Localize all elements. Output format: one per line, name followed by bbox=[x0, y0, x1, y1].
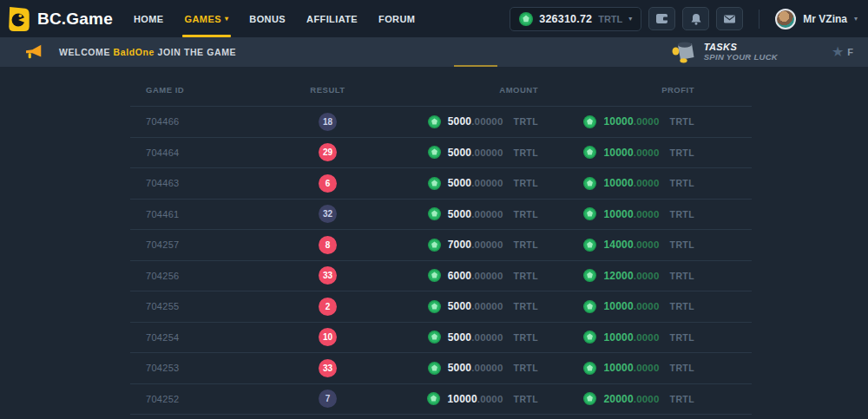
nav-forum[interactable]: FORUM bbox=[378, 0, 415, 37]
tasks-subtitle: SPIN YOUR LUCK bbox=[704, 53, 778, 62]
result-badge: 29 bbox=[319, 143, 337, 161]
amount-currency: TRTL bbox=[514, 239, 538, 250]
navbar-divider bbox=[759, 10, 760, 29]
chevron-down-icon: ▾ bbox=[854, 16, 858, 23]
nav-games[interactable]: GAMES ▾ bbox=[185, 0, 229, 37]
result-badge: 33 bbox=[319, 359, 337, 377]
game-id-cell: 704252 bbox=[130, 394, 265, 404]
trtl-coin-icon bbox=[428, 146, 441, 159]
trtl-coin-icon bbox=[583, 207, 596, 220]
game-id-cell: 704461 bbox=[130, 209, 265, 219]
profit-cell: 10000.0000 TRTL bbox=[556, 362, 752, 375]
profit-currency: TRTL bbox=[670, 363, 694, 373]
profit-integer: 10000 bbox=[603, 362, 633, 374]
game-id: 704464 bbox=[146, 147, 180, 158]
profit-fraction: .0000 bbox=[634, 332, 660, 343]
profit-integer: 12000 bbox=[603, 270, 633, 282]
amount-integer: 7000 bbox=[448, 239, 472, 251]
profit-fraction: .0000 bbox=[634, 147, 660, 158]
profit-fraction: .0000 bbox=[634, 209, 660, 219]
game-id: 704257 bbox=[146, 239, 180, 250]
amount-cell: 5000.00000 TRTL bbox=[391, 115, 556, 128]
game-id-cell: 704463 bbox=[130, 178, 265, 188]
game-id-cell: 704466 bbox=[130, 116, 265, 127]
amount-currency: TRTL bbox=[514, 394, 538, 404]
game-id: 704463 bbox=[146, 178, 180, 188]
main-nav: HOME GAMES ▾ BONUS AFFILIATE FORUM bbox=[134, 0, 415, 37]
amount-cell: 5000.00000 TRTL bbox=[391, 300, 556, 313]
trtl-coin-icon bbox=[428, 269, 441, 282]
table-row[interactable]: 704257 8 7000.00000 TRTL 14000.0000 TRTL bbox=[130, 230, 752, 261]
wallet-icon bbox=[655, 13, 668, 24]
game-id: 704256 bbox=[146, 271, 180, 281]
table-row[interactable]: 704254 10 5000.00000 TRTL 10000.0000 TRT… bbox=[130, 323, 752, 354]
profit-cell: 10000.0000 TRTL bbox=[556, 146, 752, 159]
table-row[interactable]: 704463 6 5000.00000 TRTL 10000.0000 TRTL bbox=[130, 168, 752, 200]
nav-games-label: GAMES bbox=[185, 14, 221, 24]
nav-home[interactable]: HOME bbox=[134, 0, 164, 37]
tasks-widget[interactable]: TASKS SPIN YOUR LUCK bbox=[671, 41, 778, 63]
result-cell: 6 bbox=[265, 174, 391, 193]
bcgame-logo-icon bbox=[7, 6, 30, 32]
bets-table: GAME ID RESULT AMOUNT PROFIT 704466 18 5… bbox=[130, 74, 752, 415]
amount-fraction: .00000 bbox=[471, 363, 503, 373]
profit-currency: TRTL bbox=[670, 209, 694, 219]
amount-cell: 10000.0000 TRTL bbox=[391, 392, 556, 405]
amount-integer: 5000 bbox=[448, 208, 472, 220]
profit-cell: 10000.0000 TRTL bbox=[556, 331, 752, 344]
trtl-coin-icon bbox=[428, 300, 441, 313]
table-row[interactable]: 704461 32 5000.00000 TRTL 10000.0000 TRT… bbox=[130, 200, 752, 231]
game-id-cell: 704464 bbox=[130, 147, 265, 158]
game-id: 704466 bbox=[146, 116, 180, 127]
trtl-coin-icon bbox=[428, 239, 441, 252]
result-cell: 33 bbox=[265, 266, 391, 285]
bcgame-logo[interactable]: BC.Game bbox=[7, 6, 113, 32]
game-id: 704252 bbox=[146, 394, 180, 404]
profit-cell: 20000.0000 TRTL bbox=[556, 392, 752, 405]
amount-integer: 5000 bbox=[448, 362, 472, 374]
game-id-cell: 704256 bbox=[130, 271, 265, 281]
table-row[interactable]: 704256 33 6000.00000 TRTL 12000.0000 TRT… bbox=[130, 261, 752, 292]
wallet-button[interactable] bbox=[648, 7, 675, 30]
table-row[interactable]: 704255 2 5000.00000 TRTL 10000.0000 TRTL bbox=[130, 291, 752, 323]
game-id-cell: 704255 bbox=[130, 301, 265, 311]
trtl-coin-icon bbox=[583, 239, 596, 252]
star-partial-label: F bbox=[847, 47, 853, 57]
table-header: GAME ID RESULT AMOUNT PROFIT bbox=[130, 74, 752, 107]
top-navbar: BC.Game HOME GAMES ▾ BONUS AFFILIATE FOR… bbox=[0, 0, 868, 37]
nav-bonus[interactable]: BONUS bbox=[249, 0, 286, 37]
result-badge: 32 bbox=[319, 205, 337, 223]
amount-integer: 5000 bbox=[448, 300, 472, 312]
favorites-widget[interactable]: ★ F bbox=[832, 45, 856, 59]
messages-button[interactable] bbox=[716, 7, 743, 30]
user-menu[interactable]: Mr VZina ▾ bbox=[775, 9, 858, 29]
welcome-message: WELCOME BaldOne JOIN THE GAME bbox=[59, 47, 236, 57]
amount-fraction: .00000 bbox=[471, 332, 503, 343]
table-row[interactable]: 704252 7 10000.0000 TRTL 20000.0000 TRTL bbox=[130, 384, 752, 416]
megaphone-icon bbox=[24, 43, 45, 61]
profit-currency: TRTL bbox=[670, 239, 694, 250]
nav-affiliate[interactable]: AFFILIATE bbox=[306, 0, 358, 37]
trtl-coin-icon bbox=[428, 207, 441, 220]
profit-cell: 12000.0000 TRTL bbox=[556, 269, 752, 282]
profit-currency: TRTL bbox=[670, 178, 694, 188]
notifications-button[interactable] bbox=[682, 7, 709, 30]
amount-cell: 5000.00000 TRTL bbox=[391, 331, 556, 344]
trtl-coin-icon bbox=[428, 115, 441, 128]
trtl-coin-icon bbox=[583, 146, 596, 159]
game-id: 704254 bbox=[146, 332, 180, 343]
main-content: GAME ID RESULT AMOUNT PROFIT 704466 18 5… bbox=[0, 67, 868, 415]
tasks-title: TASKS bbox=[704, 42, 778, 53]
header-game-id: GAME ID bbox=[130, 85, 265, 95]
table-row[interactable]: 704464 29 5000.00000 TRTL 10000.0000 TRT… bbox=[130, 138, 752, 169]
balance-selector[interactable]: 326310.72 TRTL ▾ bbox=[510, 7, 641, 31]
avatar bbox=[775, 9, 796, 29]
table-row[interactable]: 704253 33 5000.00000 TRTL 10000.0000 TRT… bbox=[130, 353, 752, 384]
game-id: 704461 bbox=[146, 209, 180, 219]
table-row[interactable]: 704466 18 5000.00000 TRTL 10000.0000 TRT… bbox=[130, 107, 752, 138]
result-cell: 33 bbox=[265, 359, 391, 377]
profit-integer: 10000 bbox=[603, 177, 633, 189]
welcome-prefix: WELCOME bbox=[59, 47, 110, 57]
game-id-cell: 704254 bbox=[130, 332, 265, 343]
profit-currency: TRTL bbox=[670, 301, 694, 311]
